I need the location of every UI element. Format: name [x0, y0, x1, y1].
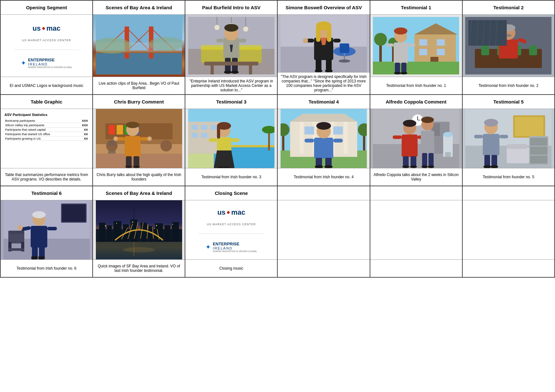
cell-testimonial-4: Testimonial 4	[278, 95, 370, 186]
usmac-text: us	[33, 24, 41, 33]
svg-rect-233	[99, 223, 105, 242]
table-cell-label: Participants that raised capital	[4, 127, 77, 132]
svg-point-256	[156, 225, 157, 226]
closing-ei-logo: ✦ ENTERPRISE IRELAND WHERE INNOVATION IS…	[205, 242, 257, 252]
table-cell-value: XXX	[77, 119, 89, 123]
storyboard: Opening Segment us • mac US MARKET ACCES…	[0, 0, 555, 278]
svg-point-112	[133, 165, 140, 168]
svg-point-116	[147, 136, 152, 141]
svg-point-53	[303, 38, 308, 43]
svg-rect-218	[8, 248, 24, 251]
title-scenes-bay-area-2: Scenes of Bay Area & Ireland	[93, 186, 185, 200]
table-row: Participants that started US office XX	[4, 132, 89, 136]
desc-testimonial-4: Testimonial from Irish founder no. 4	[278, 168, 369, 186]
ei-text: ENTERPRISE IRELAND WHERE INNOVATION IS G…	[28, 58, 73, 68]
bridge-svg	[96, 17, 182, 74]
svg-rect-227	[47, 227, 57, 230]
svg-rect-60	[437, 49, 445, 55]
paul-burfield-svg	[188, 17, 274, 74]
svg-rect-127	[268, 131, 270, 150]
title-testimonial-4: Testimonial 4	[278, 95, 369, 109]
svg-rect-200	[508, 144, 527, 149]
svg-point-254	[116, 223, 117, 224]
image-empty-3	[463, 200, 554, 259]
svg-point-24	[224, 24, 238, 32]
svg-point-186	[421, 117, 434, 123]
svg-rect-214	[8, 232, 24, 243]
svg-rect-52	[333, 39, 341, 42]
svg-rect-45	[327, 26, 331, 42]
cell-scenes-bay-area-2: Scenes of Bay Area & Ireland	[93, 186, 185, 278]
testimonial-4-svg	[281, 109, 367, 168]
ei-logo: ✦ ENTERPRISE IRELAND WHERE INNOVATION IS…	[21, 58, 73, 68]
simone-boswell-svg	[281, 15, 367, 72]
svg-point-252	[123, 247, 155, 252]
title-testimonial-6: Testimonial 6	[1, 186, 92, 200]
closing-ei-star-icon: ✦	[205, 243, 211, 251]
desc-testimonial-2: Testimonial from Irish founder no. 2	[463, 77, 554, 94]
title-closing-scene: Closing Scene	[185, 186, 277, 200]
closing-usmac-text: us	[217, 208, 226, 217]
svg-rect-78	[481, 46, 489, 55]
svg-rect-38	[340, 43, 349, 53]
ei-star-icon: ✦	[21, 59, 26, 67]
image-chris-burry	[93, 109, 185, 168]
svg-rect-219	[31, 226, 47, 248]
svg-point-72	[394, 72, 401, 74]
image-testimonial-1	[370, 15, 462, 77]
svg-rect-174	[445, 152, 451, 157]
svg-rect-74	[386, 43, 394, 47]
cell-opening-segment: Opening Segment us • mac US MARKET ACCES…	[1, 1, 93, 95]
svg-point-115	[113, 136, 118, 141]
svg-rect-59	[419, 49, 427, 55]
cell-paul-burfield: Paul Burfield Intro to ASV	[185, 1, 278, 95]
svg-point-40	[339, 59, 350, 63]
table-graphic-content: ASV Participant Statistics Bootcamp part…	[1, 109, 92, 168]
usmac-mac: mac	[46, 24, 60, 33]
cell-scenes-bay-area-1: Scenes of Bay Area & Ireland	[93, 1, 185, 95]
cell-testimonial-6: Testimonial 6	[1, 186, 93, 278]
svg-point-73	[400, 72, 407, 74]
image-paul-burfield	[185, 15, 277, 77]
svg-point-257	[172, 224, 173, 225]
image-testimonial-5	[463, 109, 554, 168]
svg-rect-88	[468, 20, 507, 46]
svg-point-181	[410, 165, 417, 168]
svg-rect-194	[515, 117, 543, 136]
image-empty-2	[370, 200, 462, 259]
desc-testimonial-3: Testimonial from Irish founder no. 3	[185, 168, 277, 186]
title-opening-segment: Opening Segment	[1, 1, 92, 15]
desc-opening-segment: EI and USMAC Logos w background music	[1, 77, 92, 94]
svg-rect-44	[316, 26, 320, 42]
image-testimonial-6	[1, 200, 92, 259]
table-cell-value: XX	[77, 127, 89, 132]
svg-rect-184	[421, 131, 434, 154]
table-cell-value: XX	[77, 136, 89, 141]
title-empty-3	[463, 186, 554, 200]
asv-stats-table: Bootcamp participants XXX Silicon Valley…	[4, 119, 89, 141]
svg-point-11	[149, 37, 182, 51]
svg-rect-133	[209, 138, 217, 142]
title-table-graphic: Table Graphic	[1, 95, 92, 109]
svg-rect-208	[474, 135, 483, 138]
svg-rect-57	[419, 39, 427, 46]
title-empty-1	[278, 186, 369, 200]
svg-rect-224	[31, 256, 38, 259]
table-cell-label: Silicon Valley trip participants	[4, 123, 77, 127]
title-testimonial-1: Testimonial 1	[370, 1, 462, 15]
table-cell-value: XX	[77, 132, 89, 136]
svg-rect-148	[333, 127, 343, 135]
ei-tagline: WHERE INNOVATION IS GROWN GLOBAL	[28, 66, 73, 68]
svg-rect-31	[239, 39, 246, 42]
svg-rect-201	[483, 134, 499, 156]
svg-rect-196	[530, 138, 547, 146]
svg-rect-243	[172, 222, 179, 242]
ei-ireland: IRELAND	[28, 62, 73, 66]
cell-simone-boswell: Simone Boswell Overview of ASV	[278, 1, 370, 95]
cell-table-graphic: Table Graphic ASV Participant Statistics…	[1, 95, 93, 186]
desc-closing-scene: Closing music	[185, 259, 277, 277]
testimonial-1-svg	[373, 17, 459, 74]
svg-point-173	[443, 132, 453, 137]
table-row: Silicon Valley trip participants XXX	[4, 123, 89, 127]
svg-rect-154	[314, 138, 333, 158]
